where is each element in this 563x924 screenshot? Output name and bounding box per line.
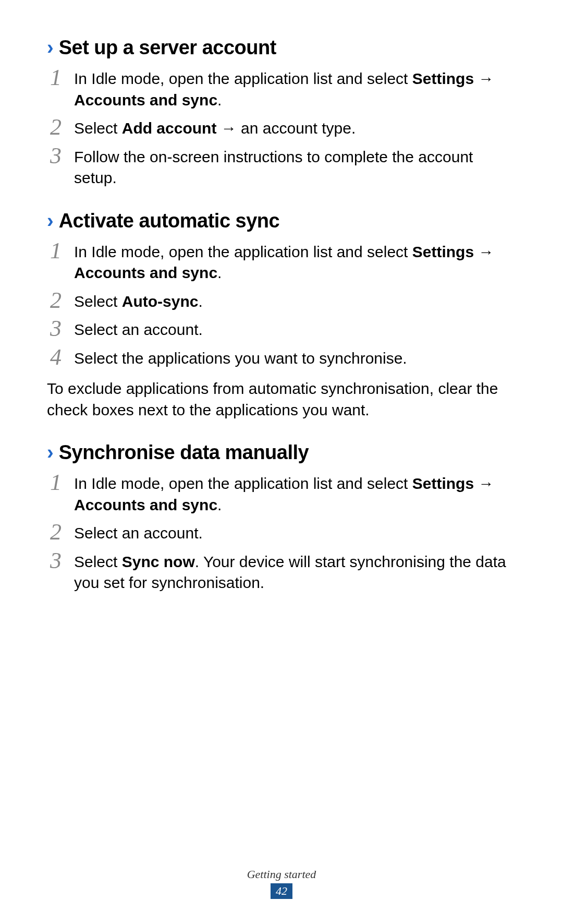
text: In Idle mode, open the application list … bbox=[74, 70, 412, 87]
text: Select bbox=[74, 119, 122, 137]
section: ›Synchronise data manually1In Idle mode,… bbox=[47, 441, 516, 594]
paragraph: To exclude applications from automatic s… bbox=[47, 378, 516, 421]
text: Select an account. bbox=[74, 524, 203, 542]
chevron-right-icon: › bbox=[47, 210, 54, 232]
page-content: ›Set up a server account1In Idle mode, o… bbox=[47, 37, 516, 594]
text: . bbox=[217, 264, 222, 281]
bold-text: Settings bbox=[412, 475, 474, 492]
step: 3Select Sync now. Your device will start… bbox=[47, 551, 516, 594]
chevron-right-icon: › bbox=[47, 441, 54, 464]
step: 2Select Auto-sync. bbox=[47, 291, 516, 313]
step-number: 1 bbox=[50, 66, 74, 89]
step-text: Select Add account → an account type. bbox=[74, 118, 516, 139]
step-text: Follow the on-screen instructions to com… bbox=[74, 147, 516, 189]
step: 2Select Add account → an account type. bbox=[47, 118, 516, 139]
step-number: 3 bbox=[50, 317, 74, 340]
section-heading: ›Set up a server account bbox=[47, 37, 516, 59]
step-number: 2 bbox=[50, 521, 74, 544]
footer-chapter: Getting started bbox=[0, 868, 563, 881]
text: → bbox=[474, 475, 494, 492]
text: → bbox=[474, 70, 494, 87]
step: 2Select an account. bbox=[47, 523, 516, 544]
text: . bbox=[217, 91, 222, 109]
step-text: Select Sync now. Your device will start … bbox=[74, 551, 516, 594]
section: ›Set up a server account1In Idle mode, o… bbox=[47, 37, 516, 189]
step: 1In Idle mode, open the application list… bbox=[47, 473, 516, 515]
section: ›Activate automatic sync1In Idle mode, o… bbox=[47, 210, 516, 421]
step-number: 3 bbox=[50, 145, 74, 167]
step-text: Select an account. bbox=[74, 319, 516, 341]
text: Follow the on-screen instructions to com… bbox=[74, 148, 473, 187]
text: Select bbox=[74, 553, 122, 570]
text: → bbox=[474, 243, 494, 260]
step: 3Select an account. bbox=[47, 319, 516, 341]
page-footer: Getting started 42 bbox=[0, 868, 563, 899]
bold-text: Accounts and sync bbox=[74, 91, 217, 109]
step-text: In Idle mode, open the application list … bbox=[74, 473, 516, 515]
text: Select the applications you want to sync… bbox=[74, 350, 407, 367]
step-number: 3 bbox=[50, 549, 74, 572]
bold-text: Accounts and sync bbox=[74, 496, 217, 513]
text: Select bbox=[74, 293, 122, 310]
bold-text: Add account bbox=[122, 119, 217, 137]
heading-text: Set up a server account bbox=[59, 37, 276, 59]
chevron-right-icon: › bbox=[47, 37, 54, 59]
text: In Idle mode, open the application list … bbox=[74, 475, 412, 492]
section-heading: ›Activate automatic sync bbox=[47, 210, 516, 232]
heading-text: Synchronise data manually bbox=[59, 441, 309, 464]
step-number: 4 bbox=[50, 346, 74, 369]
step-number: 2 bbox=[50, 116, 74, 139]
step: 3Follow the on-screen instructions to co… bbox=[47, 147, 516, 189]
step-text: Select Auto-sync. bbox=[74, 291, 516, 313]
bold-text: Accounts and sync bbox=[74, 264, 217, 281]
heading-text: Activate automatic sync bbox=[59, 210, 280, 232]
text: In Idle mode, open the application list … bbox=[74, 243, 412, 260]
text: → an account type. bbox=[216, 119, 356, 137]
step: 1In Idle mode, open the application list… bbox=[47, 68, 516, 111]
step-number: 2 bbox=[50, 289, 74, 312]
text: . bbox=[217, 496, 222, 513]
step: 1In Idle mode, open the application list… bbox=[47, 242, 516, 284]
bold-text: Auto-sync bbox=[122, 293, 199, 310]
step-text: In Idle mode, open the application list … bbox=[74, 68, 516, 111]
step-text: In Idle mode, open the application list … bbox=[74, 242, 516, 284]
step-number: 1 bbox=[50, 239, 74, 262]
step-text: Select an account. bbox=[74, 523, 516, 544]
step-text: Select the applications you want to sync… bbox=[74, 348, 516, 369]
text: . bbox=[198, 293, 202, 310]
step-number: 1 bbox=[50, 471, 74, 494]
section-heading: ›Synchronise data manually bbox=[47, 441, 516, 464]
step: 4Select the applications you want to syn… bbox=[47, 348, 516, 369]
text: Select an account. bbox=[74, 321, 203, 338]
bold-text: Settings bbox=[412, 70, 474, 87]
footer-page-number: 42 bbox=[271, 883, 292, 899]
bold-text: Sync now bbox=[122, 553, 195, 570]
bold-text: Settings bbox=[412, 243, 474, 260]
